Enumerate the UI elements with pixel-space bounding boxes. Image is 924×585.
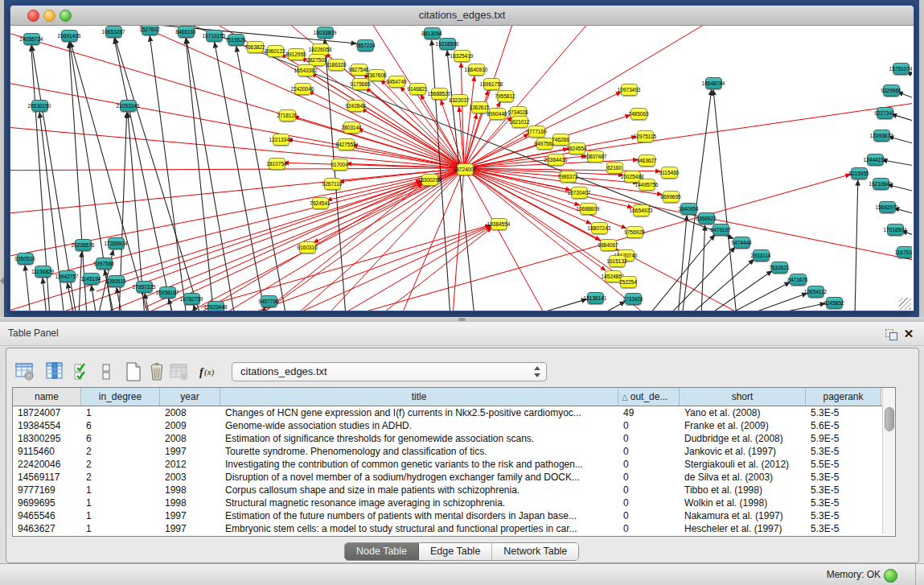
network-node[interactable]: 7515526 — [228, 34, 244, 46]
network-node[interactable]: 19218596 — [439, 38, 456, 50]
network-node[interactable]: 20206576 — [75, 239, 92, 251]
network-node[interactable]: 9329966 — [883, 84, 900, 97]
network-node[interactable]: 12923448 — [207, 301, 224, 311]
network-node[interactable]: 15692971 — [879, 201, 896, 213]
network-node[interactable]: 12444151 — [867, 154, 884, 166]
network-canvas[interactable]: 2405572420691406106532871527602846616010… — [10, 26, 912, 311]
scrollbar-thumb[interactable] — [885, 407, 894, 431]
network-node[interactable]: 7955812 — [497, 90, 514, 102]
window-titlebar[interactable]: citations_edges.txt — [10, 6, 914, 26]
network-node[interactable]: 18807243 — [591, 222, 608, 234]
network-node[interactable]: 10719155 — [206, 30, 223, 42]
network-node[interactable]: 917004 — [331, 159, 348, 171]
network-node[interactable]: 1167534 — [897, 246, 913, 258]
network-node[interactable]: 8466160 — [178, 26, 195, 38]
network-node[interactable]: 746266 — [552, 134, 569, 146]
network-node[interactable]: 15751074 — [893, 63, 910, 75]
table-selector-dropdown[interactable]: citations_edges.txt — [232, 362, 547, 381]
network-node[interactable]: 8454749 — [388, 76, 405, 88]
network-node[interactable]: 10653287 — [105, 26, 122, 38]
network-node[interactable]: 9146821 — [409, 83, 426, 95]
network-node[interactable]: 9115460 — [661, 167, 678, 179]
network-node[interactable]: 9245852 — [826, 297, 843, 309]
network-node[interactable]: 8471676 — [790, 274, 807, 286]
network-node[interactable]: 2803144 — [343, 122, 360, 134]
network-node[interactable]: 2933114 — [753, 249, 770, 262]
column-header-name[interactable]: name — [13, 388, 81, 406]
delete-table-icon[interactable] — [146, 361, 167, 382]
network-node[interactable]: 11156829 — [35, 266, 51, 278]
network-node[interactable]: 7663822 — [247, 41, 264, 53]
network-node[interactable]: 1615132 — [609, 255, 626, 267]
row-height-icon[interactable] — [96, 361, 117, 382]
column-header-year[interactable]: year — [160, 388, 220, 406]
network-node[interactable]: 8990448 — [489, 108, 506, 120]
network-node[interactable]: 1145194 — [83, 273, 100, 285]
network-node[interactable]: 16782759 — [183, 293, 200, 305]
table-scrollbar[interactable] — [882, 388, 895, 534]
network-node[interactable]: 18640910 — [468, 64, 485, 76]
network-node[interactable]: 8322037 — [451, 94, 468, 106]
network-node[interactable]: 17016504 — [887, 224, 904, 236]
network-node[interactable]: 15136141 — [587, 292, 604, 304]
table-row[interactable]: 1456911722003Disruption of a novel membe… — [13, 471, 895, 484]
column-header-title[interactable]: title — [220, 388, 618, 406]
network-node[interactable]: 16210643 — [873, 178, 889, 190]
tab-edge-table[interactable]: Edge Table — [419, 543, 492, 560]
network-node[interactable]: 16033809 — [317, 27, 334, 39]
network-node[interactable]: 16543382 — [298, 64, 314, 76]
split-collapse-icon[interactable] — [0, 277, 4, 285]
network-node[interactable]: 16958167 — [159, 286, 176, 299]
table-row[interactable]: 911546021997Tourette syndrome. Phenomeno… — [13, 445, 895, 458]
network-node[interactable]: 7485063 — [630, 108, 647, 120]
network-node[interactable]: 9824554 — [569, 142, 585, 154]
table-row[interactable]: 969969511998Structural magnetic resonanc… — [13, 496, 895, 509]
network-node[interactable]: 16654923 — [633, 204, 650, 216]
tab-node-table[interactable]: Node Table — [345, 543, 419, 560]
network-node[interactable]: 9827548 — [351, 64, 368, 76]
network-node[interactable]: 7632621 — [771, 262, 788, 274]
table-row[interactable]: 1938455462009Genome-wide association stu… — [13, 419, 895, 432]
network-node[interactable]: 2367608 — [368, 69, 385, 81]
network-node[interactable]: 10973493 — [621, 84, 638, 96]
network-node[interactable]: 1350515 — [108, 275, 125, 287]
network-node[interactable]: 21053346 — [120, 100, 137, 112]
network-node[interactable]: 10688609 — [580, 203, 597, 215]
network-node[interactable]: 7857224 — [357, 39, 374, 51]
window-resize-grip[interactable] — [899, 298, 911, 310]
network-node[interactable]: 9160310 — [299, 241, 316, 253]
function-builder-icon[interactable]: f(x) — [198, 361, 219, 382]
network-node[interactable]: 252254 — [620, 276, 637, 288]
table-row[interactable]: 977716911998Corpus callosum shape and si… — [13, 484, 895, 496]
network-node[interactable]: 12213349 — [273, 134, 290, 146]
network-node[interactable]: 22420046 — [294, 83, 311, 95]
network-node[interactable]: 8497568 — [536, 138, 553, 150]
network-node[interactable]: 7986372 — [560, 171, 577, 183]
network-node[interactable]: 12093872 — [873, 130, 890, 142]
network-node[interactable]: 20364436 — [548, 154, 565, 166]
network-node[interactable]: 17957225 — [136, 281, 153, 293]
network-node[interactable]: 9358922 — [698, 212, 715, 225]
network-node[interactable]: 7624541 — [312, 197, 329, 209]
float-panel-icon[interactable] — [885, 329, 898, 340]
column-header-out_de[interactable]: △out_de... — [618, 388, 680, 406]
network-node[interactable]: 6479197 — [713, 224, 729, 236]
network-node[interactable]: 9457796 — [261, 295, 277, 307]
network-node[interactable]: 10654112 — [807, 286, 824, 298]
network-node[interactable]: 1733426 — [625, 293, 642, 305]
network-node[interactable]: 17359924 — [108, 237, 125, 249]
network-node[interactable]: 18325419 — [454, 50, 470, 62]
table-row[interactable]: 1830029562008Estimation of significance … — [13, 432, 895, 445]
network-node[interactable]: 9756928 — [626, 226, 643, 238]
network-node[interactable]: 26530150 — [31, 100, 48, 112]
close-panel-icon[interactable]: ✕ — [902, 327, 915, 341]
network-node[interactable]: 1810754 — [269, 158, 285, 170]
network-node[interactable]: 14495756 — [639, 179, 655, 191]
column-header-in_degree[interactable]: in_degree — [81, 388, 160, 406]
network-node[interactable]: 8699695 — [663, 191, 680, 203]
network-node[interactable]: 1362615 — [471, 101, 488, 113]
network-node[interactable]: 1527602 — [142, 26, 158, 35]
network-node[interactable]: 16648784 — [705, 77, 722, 89]
network-node[interactable]: 2718120 — [279, 109, 296, 122]
network-node[interactable]: 62160 — [606, 162, 623, 174]
